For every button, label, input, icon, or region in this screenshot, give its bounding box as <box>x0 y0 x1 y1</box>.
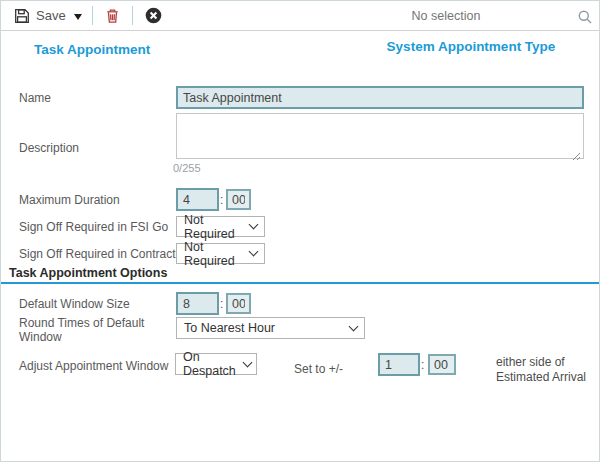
adjust-window-suffix: either side of Estimated Arrival <box>496 355 588 385</box>
description-label: Description <box>19 141 79 155</box>
time-separator: : <box>220 193 223 207</box>
round-times-value: To Nearest Hour <box>184 321 275 335</box>
resize-grip-icon[interactable] <box>571 147 581 165</box>
delete-button[interactable] <box>93 8 132 24</box>
options-section-rule <box>1 282 600 284</box>
adjust-window-hours-input[interactable] <box>378 353 420 376</box>
time-separator: : <box>421 358 424 372</box>
panel-title: System Appointment Type <box>341 39 600 54</box>
save-icon <box>14 8 30 24</box>
default-window-minutes-input[interactable] <box>226 293 251 314</box>
round-times-select[interactable]: To Nearest Hour <box>176 317 365 339</box>
selection-status-text: No selection <box>412 9 481 23</box>
description-textarea[interactable] <box>176 113 584 159</box>
default-window-size-label: Default Window Size <box>19 297 130 311</box>
save-button[interactable]: Save <box>1 8 70 24</box>
maximum-duration-minutes-input[interactable] <box>226 189 251 210</box>
selection-lookup[interactable]: No selection <box>331 1 561 31</box>
name-input[interactable] <box>176 86 584 109</box>
save-button-label: Save <box>36 8 66 23</box>
round-times-label: Round Times of Default Window <box>19 316 157 344</box>
adjust-window-value: On Despatch <box>183 350 236 378</box>
adjust-window-label: Adjust Appointment Window <box>19 359 168 373</box>
signoff-fsigo-value: Not Required <box>184 213 242 241</box>
chevron-down-icon <box>249 247 259 257</box>
default-window-hours-input[interactable] <box>176 292 219 315</box>
signoff-contractor-select[interactable]: Not Required <box>176 243 265 264</box>
signoff-fsigo-label: Sign Off Required in FSI Go <box>19 220 168 234</box>
chevron-down-icon <box>249 220 259 230</box>
signoff-contractor-value: Not Required <box>184 240 242 268</box>
time-separator: : <box>220 297 223 311</box>
signoff-fsigo-select[interactable]: Not Required <box>176 216 265 237</box>
maximum-duration-hours-input[interactable] <box>176 188 219 211</box>
options-section-title: Task Appointment Options <box>9 266 167 280</box>
maximum-duration-label: Maximum Duration <box>19 193 120 207</box>
chevron-down-icon <box>242 357 252 367</box>
set-to-label: Set to +/- <box>294 362 343 376</box>
save-dropdown-caret-icon[interactable] <box>74 14 82 20</box>
appointment-type-window: Save <box>0 0 600 462</box>
adjust-window-select[interactable]: On Despatch <box>175 353 257 375</box>
search-icon[interactable] <box>578 10 592 28</box>
record-title: Task Appointment <box>34 42 150 57</box>
cancel-button[interactable] <box>133 7 174 24</box>
name-label: Name <box>19 91 51 105</box>
toolbar: Save <box>1 1 599 31</box>
circle-x-icon <box>145 7 162 24</box>
adjust-window-minutes-input[interactable] <box>428 354 456 375</box>
chevron-down-icon <box>349 321 359 331</box>
signoff-contractor-label: Sign Off Required in Contractor <box>19 247 186 261</box>
description-char-counter: 0/255 <box>173 162 201 174</box>
trash-icon <box>105 8 120 24</box>
